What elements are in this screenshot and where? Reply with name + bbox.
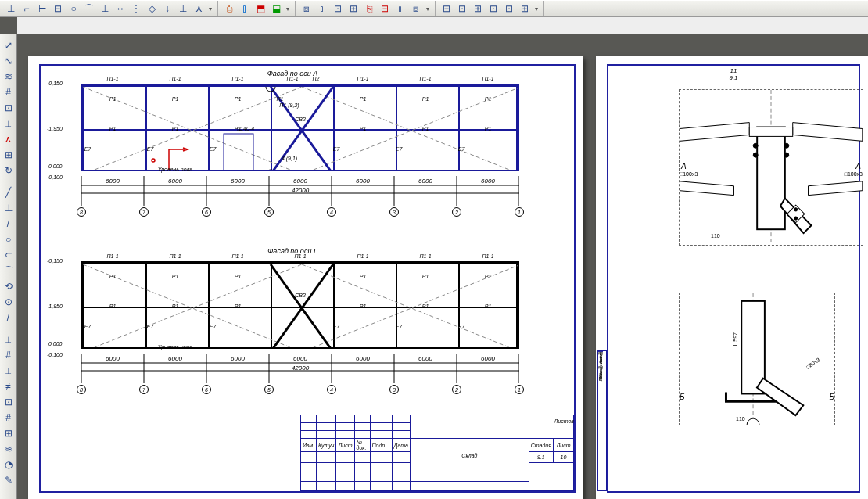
section-mark-b-right: Б	[829, 393, 834, 401]
sb-line-icon[interactable]: ╱	[2, 185, 16, 199]
sb-select-icon[interactable]: ⤡	[2, 54, 16, 68]
sb-pie-icon[interactable]: ◔	[2, 458, 16, 472]
sb-neq-icon[interactable]: ≠	[2, 379, 16, 393]
sb-arc2-icon[interactable]: ⌒	[2, 264, 16, 278]
sb-axis-icon[interactable]: /	[2, 311, 16, 325]
axis: 2	[452, 207, 461, 217]
sb-hatch2-icon[interactable]: #	[2, 348, 16, 362]
sb-arc-icon[interactable]: ⊂	[2, 248, 16, 262]
ruler-horizontal	[17, 17, 868, 34]
tb-btn-a3[interactable]: ⬒	[253, 2, 267, 16]
tb-btn-c4[interactable]: ⊡	[486, 2, 500, 16]
axis: 3	[389, 385, 399, 394]
pt-lbl: П1-1	[169, 253, 181, 259]
elev-mark: -1,950	[47, 126, 63, 131]
sb-point-icon[interactable]: ⊙	[2, 295, 16, 309]
sb-hatch-icon[interactable]: ≋	[2, 70, 16, 84]
note2: 4 (9,1)	[282, 156, 297, 161]
tb-btn-c5[interactable]: ⊡	[502, 2, 516, 16]
det1-dim: □100x3	[680, 171, 698, 177]
sb-wave-icon[interactable]: ≋	[2, 442, 16, 456]
p2-lbl: Р1	[109, 126, 117, 131]
tb-btn-9[interactable]: ⋮	[129, 2, 143, 16]
tb-btn-10[interactable]: ◇	[145, 2, 159, 16]
p-lbl: Р1	[172, 96, 179, 102]
project-name: Склад	[410, 439, 529, 472]
sb-rect-icon[interactable]: ⊡	[2, 395, 16, 409]
tb-btn-b1[interactable]: ⧈	[299, 2, 314, 16]
sb-angle-icon[interactable]: ⋏	[2, 132, 16, 146]
facade-a-struct	[81, 84, 519, 171]
tb-btn-b4[interactable]: ⊞	[346, 2, 360, 16]
tb-btn-7[interactable]: ⊥	[98, 2, 112, 16]
node-detail-1: А А □100x3 □100x3 110	[679, 89, 863, 246]
elev-mark: -0,150	[47, 258, 63, 264]
toolbar-overflow-2[interactable]: ▾	[285, 2, 291, 16]
tb-btn-b3[interactable]: ⊡	[331, 2, 345, 16]
sb-pencil-icon[interactable]: ✎	[2, 473, 16, 487]
sb-circle-icon[interactable]: ○	[2, 232, 16, 246]
sb-cursor-icon[interactable]: ⤢	[2, 38, 16, 52]
node-detail-2: Б Б L 597 110 □80x3	[679, 293, 835, 425]
side-lbl: Взам. инв №	[598, 351, 603, 379]
p-lbl: Р1	[422, 274, 429, 279]
tb-btn-12[interactable]: ⊥	[176, 2, 190, 16]
section-mark-a-left: А	[681, 162, 687, 171]
e-lbl: Е7	[458, 324, 465, 329]
h-dok: № док.	[354, 439, 370, 452]
toolbar-overflow-3[interactable]: ▾	[425, 2, 431, 16]
svg-rect-44	[749, 127, 792, 137]
tb-btn-c3[interactable]: ⊞	[471, 2, 485, 16]
dim: 6000	[481, 355, 495, 362]
tb-btn-a2[interactable]: ⫿	[238, 2, 252, 16]
tb-btn-b7[interactable]: ⫾	[393, 2, 407, 16]
sb-grid-icon[interactable]: #	[2, 85, 16, 99]
sb-perp-icon[interactable]: ⊥	[2, 201, 16, 215]
h-stage: Стадия	[529, 439, 553, 452]
floor-label: Уровень пола	[158, 167, 193, 172]
p-lbl: Р1	[485, 274, 492, 279]
e-lbl: Е7	[333, 324, 340, 329]
drawing-canvas[interactable]: Фасад по оси А -0,150 -1,950 0,000 -0,10…	[17, 34, 868, 499]
sb-refresh-icon[interactable]: ↻	[2, 163, 16, 178]
sb-table-icon[interactable]: ⊞	[2, 148, 16, 162]
tb-btn-13[interactable]: ⋏	[192, 2, 206, 16]
toolbar-overflow-1[interactable]: ▾	[207, 2, 213, 16]
toolbar-overflow-4[interactable]: ▾	[533, 2, 540, 16]
v-sheet: 9.1	[529, 452, 553, 463]
p2-lbl: Р1	[172, 303, 179, 309]
det1-dim: 110	[711, 233, 720, 239]
sb-spline-icon[interactable]: ⟲	[2, 279, 16, 293]
tb-btn-a4[interactable]: ⬓	[269, 2, 283, 16]
node-header: 11 9.1	[729, 67, 737, 81]
tb-btn-2[interactable]: ⌐	[20, 2, 34, 16]
sb-hatch3-icon[interactable]: #	[2, 411, 16, 425]
sb-poly-icon[interactable]: ⟂	[2, 117, 16, 131]
tb-btn-8[interactable]: ↔	[113, 2, 127, 16]
tb-btn-1[interactable]: ⊥	[4, 2, 18, 16]
tb-btn-c1[interactable]: ⊟	[439, 2, 454, 16]
tb-btn-3[interactable]: ⊢	[35, 2, 49, 16]
tb-btn-b2[interactable]: ⫾	[315, 2, 329, 16]
p2-lbl: Р1	[360, 126, 367, 131]
tb-btn-5[interactable]: ○	[66, 2, 81, 16]
sb-t-icon[interactable]: ⟂	[2, 364, 16, 378]
note1: П1 (9,2)	[279, 102, 299, 108]
tb-btn-b8[interactable]: ⧈	[409, 2, 423, 16]
tb-btn-b6[interactable]: ⊟	[378, 2, 392, 16]
tb-btn-c2[interactable]: ⊡	[455, 2, 469, 16]
sb-line2-icon[interactable]: /	[2, 217, 16, 231]
tb-btn-c6[interactable]: ⊞	[518, 2, 532, 16]
sb-table2-icon[interactable]: ⊞	[2, 426, 16, 440]
tb-btn-6[interactable]: ⌒	[82, 2, 96, 16]
tb-btn-4[interactable]: ⊟	[51, 2, 65, 16]
svg-marker-42	[809, 181, 863, 196]
v-sheets: 10	[554, 452, 574, 463]
tb-btn-11[interactable]: ↓	[160, 2, 174, 16]
e-lbl: Е7	[210, 324, 217, 329]
tb-btn-a1[interactable]: ⎙	[222, 2, 236, 16]
frame-border: Фасад по оси А -0,150 -1,950 0,000 -0,10…	[39, 64, 576, 493]
tb-btn-b5[interactable]: ⎘	[362, 2, 376, 16]
sb-perp2-icon[interactable]: ⟂	[2, 332, 16, 346]
sb-dim-icon[interactable]: ⊡	[2, 101, 16, 115]
